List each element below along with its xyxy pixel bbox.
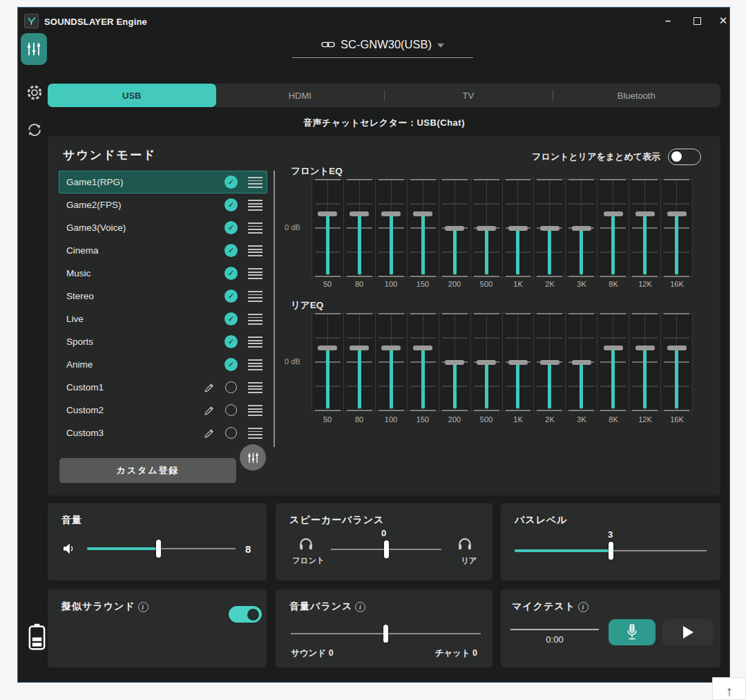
eq-slider-handle[interactable] — [572, 360, 591, 365]
info-icon[interactable] — [578, 602, 589, 612]
sound-mode-row[interactable]: Stereo✓ — [59, 285, 267, 308]
eq-slider-handle[interactable] — [635, 211, 655, 216]
volume-balance-handle[interactable] — [383, 625, 388, 643]
eq-slider-handle[interactable] — [318, 211, 337, 216]
close-button[interactable]: ✕ — [713, 12, 734, 30]
tab-hdmi[interactable]: HDMI — [216, 84, 385, 107]
sound-mode-row[interactable]: Sports✓ — [59, 330, 267, 353]
checked-icon[interactable]: ✓ — [224, 267, 238, 280]
eq-slider-handle[interactable] — [477, 226, 496, 231]
sidebar-equalizer-button[interactable] — [21, 33, 47, 65]
eq-band-column — [344, 314, 376, 410]
eq-level-bar — [453, 228, 457, 274]
info-icon[interactable] — [138, 602, 149, 612]
eq-slider-handle[interactable] — [572, 226, 591, 231]
edit-pencil-icon[interactable] — [203, 427, 216, 439]
battery-icon — [28, 623, 46, 651]
info-icon[interactable] — [355, 602, 365, 612]
bass-slider-handle[interactable] — [609, 542, 613, 560]
eq-band-column — [597, 314, 629, 410]
scroll-to-top-button[interactable]: ↑ — [712, 677, 746, 700]
checked-icon[interactable]: ✓ — [224, 312, 238, 325]
eq-slider-handle[interactable] — [667, 211, 687, 216]
mode-list-scrollbar[interactable] — [274, 171, 275, 447]
sound-mode-label: Custom2 — [59, 405, 104, 415]
drag-handle-icon[interactable] — [248, 428, 262, 439]
eq-slider-handle[interactable] — [667, 346, 687, 350]
eq-slider-handle[interactable] — [604, 346, 623, 350]
unchecked-icon[interactable] — [225, 427, 237, 439]
eq-slider-handle[interactable] — [445, 226, 464, 231]
eq-slider-handle[interactable] — [381, 346, 401, 350]
sound-mode-row[interactable]: Custom3 — [59, 422, 267, 444]
drag-handle-icon[interactable] — [248, 382, 262, 393]
eq-slider-handle[interactable] — [318, 346, 337, 350]
speaker-balance-handle[interactable] — [384, 540, 389, 558]
sound-mode-row[interactable]: Game3(Voice)✓ — [59, 216, 267, 239]
checked-icon[interactable]: ✓ — [224, 335, 238, 348]
eq-level-bar — [358, 348, 361, 408]
unchecked-icon[interactable] — [225, 381, 237, 393]
drag-handle-icon[interactable] — [248, 200, 262, 211]
drag-handle-icon[interactable] — [248, 337, 262, 348]
tab-usb[interactable]: USB — [48, 84, 216, 107]
minimize-button[interactable]: – — [658, 12, 678, 30]
drag-handle-icon[interactable] — [248, 314, 262, 325]
custom-eq-button[interactable] — [240, 444, 266, 471]
sound-mode-row[interactable]: Game2(FPS)✓ — [59, 193, 267, 216]
eq-slider-handle[interactable] — [540, 226, 560, 231]
unchecked-icon[interactable] — [225, 404, 237, 416]
checked-icon[interactable]: ✓ — [224, 290, 238, 303]
tab-tv[interactable]: TV — [384, 84, 553, 107]
drag-handle-icon[interactable] — [248, 268, 262, 279]
sound-mode-row[interactable]: Custom2 — [59, 399, 267, 422]
sound-mode-row[interactable]: Live✓ — [59, 308, 267, 330]
eq-slider-handle[interactable] — [477, 360, 496, 365]
device-selector[interactable]: SC-GNW30(USB) — [292, 38, 473, 58]
drag-handle-icon[interactable] — [248, 245, 262, 256]
sound-mode-row[interactable]: Custom1 — [59, 376, 267, 399]
sound-mode-row[interactable]: Anime✓ — [59, 353, 267, 376]
eq-gridline — [315, 179, 341, 180]
checked-icon[interactable]: ✓ — [224, 198, 238, 211]
edit-pencil-icon[interactable] — [203, 404, 216, 417]
sound-mode-row[interactable]: Cinema✓ — [59, 239, 267, 262]
checked-icon[interactable]: ✓ — [224, 221, 238, 234]
checked-icon[interactable]: ✓ — [224, 244, 238, 257]
eq-slider-handle[interactable] — [540, 360, 560, 365]
drag-handle-icon[interactable] — [248, 359, 262, 370]
eq-slider-handle[interactable] — [508, 226, 528, 231]
edit-pencil-icon[interactable] — [203, 381, 216, 394]
mic-play-button[interactable] — [662, 619, 714, 645]
maximize-button[interactable] — [687, 12, 707, 30]
mic-record-button[interactable] — [609, 619, 656, 645]
eq-slider-handle[interactable] — [413, 211, 432, 216]
drag-handle-icon[interactable] — [248, 223, 262, 234]
settings-button[interactable] — [24, 82, 45, 103]
eq-slider-handle[interactable] — [381, 211, 401, 216]
checked-icon[interactable]: ✓ — [224, 176, 238, 189]
eq-gridline — [347, 313, 372, 314]
drag-handle-icon[interactable] — [248, 405, 262, 416]
sound-mode-row[interactable]: Music✓ — [59, 262, 267, 285]
drag-handle-icon[interactable] — [248, 177, 262, 188]
tab-bluetooth[interactable]: Bluetooth — [553, 84, 721, 107]
eq-band-frequency-label: 500 — [470, 415, 502, 424]
sound-mode-row[interactable]: Game1(RPG)✓ — [59, 171, 267, 193]
eq-slider-handle[interactable] — [413, 346, 432, 350]
checked-icon[interactable]: ✓ — [224, 358, 238, 371]
eq-slider-handle[interactable] — [445, 360, 464, 365]
eq-gridline — [442, 179, 468, 180]
eq-slider-handle[interactable] — [350, 211, 369, 216]
surround-toggle[interactable] — [229, 606, 262, 623]
eq-slider-handle[interactable] — [508, 360, 528, 365]
custom-register-button[interactable]: カスタム登録 — [59, 458, 236, 483]
refresh-button[interactable] — [24, 120, 45, 140]
eq-gridline — [664, 410, 689, 411]
eq-slider-handle[interactable] — [604, 211, 623, 216]
eq-slider-handle[interactable] — [635, 346, 655, 350]
drag-handle-icon[interactable] — [248, 291, 262, 302]
combine-front-rear-toggle[interactable] — [668, 149, 701, 165]
eq-slider-handle[interactable] — [350, 346, 369, 350]
volume-slider-handle[interactable] — [156, 540, 161, 558]
